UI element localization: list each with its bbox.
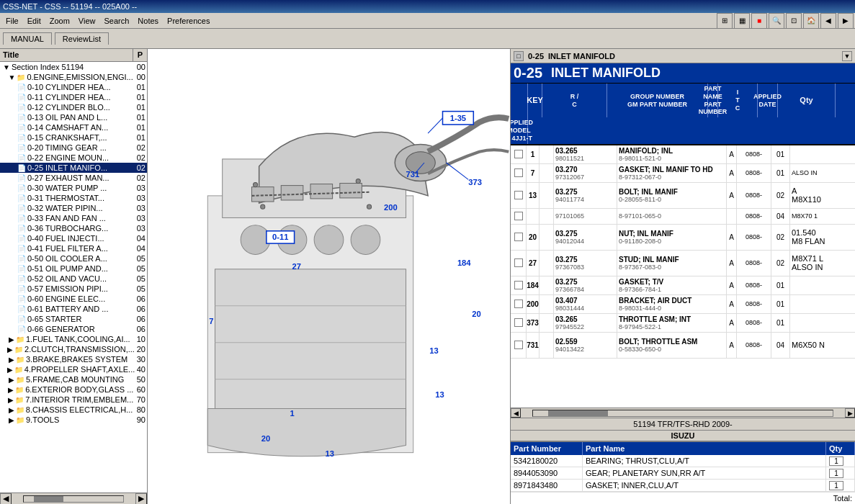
menu-edit[interactable]: Edit [23,15,45,27]
engine-group-label: 0.ENGINE,EMISSION,ENGI... [27,73,133,81]
list-item[interactable]: 📄 0-13 OIL PAN AND L... 01 [0,112,147,122]
list-item[interactable]: 📄 0-22 ENGINE MOUN... 02 [0,153,147,163]
scroll-right-btn[interactable]: ▶ [135,493,147,505]
scroll-right-btn[interactable]: ▶ [845,408,855,418]
row-checkbox[interactable] [514,281,523,289]
date-val: 0808- [737,183,771,208]
qty-val: 02 [771,251,790,276]
tree-group-2[interactable]: ▶ 📁 2.CLUTCH,TRANSMISSION,... 20 [0,344,147,354]
list-item[interactable]: 📄 0-41 FUEL FILTER A... 04 [0,243,147,253]
menu-search[interactable]: Search [99,15,133,27]
menu-file[interactable]: File [1,15,23,27]
tb-btn-forward[interactable]: ▶ [838,13,854,29]
tb-btn-back[interactable]: ◀ [820,13,836,29]
table-row[interactable]: 20 03.275 94012044 NUT; INL MANIF 0-9118… [511,225,855,251]
tb-btn-home[interactable]: 🏠 [803,13,819,29]
list-item[interactable]: 📄 0-61 BATTERY AND ... 06 [0,304,147,314]
item-label: 0-61 BATTERY AND ... [27,305,133,313]
item-label: 0-50 OIL COOLER A... [27,254,133,263]
col-check [511,84,528,117]
list-item[interactable]: 📄 0-60 ENGINE ELEC... 06 [0,294,147,304]
left-panel: Title P ▼ Section Index 51194 00 ▼ 📁 0.E… [0,49,148,504]
model-val: M8X71 L ALSO IN [790,251,848,276]
tree-group-6[interactable]: ▶ 📁 6.EXTERIOR BODY,GLASS ... 60 [0,384,147,395]
left-horizontal-scrollbar[interactable]: ◀ ▶ [0,492,147,504]
table-row[interactable]: 731 02.559 94013422 BOLT; THROTTLE ASM 0… [511,333,855,359]
list-item[interactable]: 📄 0-40 FUEL INJECTI... 04 [0,233,147,243]
list-item[interactable]: 📄 0-31 THERMOSTAT... 03 [0,193,147,203]
table-row[interactable]: 200 03.407 98031444 BRACKET; AIR DUCT 8-… [511,295,855,314]
menu-preferences[interactable]: Preferences [163,15,214,27]
list-item[interactable]: 📄 0-65 STARTER 06 [0,314,147,324]
list-item[interactable]: 📄 0-20 TIMING GEAR ... 02 [0,143,147,153]
row-checkbox[interactable] [514,191,523,199]
tb-btn-2[interactable]: ▦ [734,13,750,29]
lookup-qty: 1 [826,455,855,467]
tab-manual[interactable]: MANUAL [3,32,52,45]
row-checkbox[interactable] [514,212,523,220]
list-item[interactable]: 📄 0-52 OIL AND VACU... 05 [0,274,147,284]
dropdown-btn[interactable]: ▼ [842,51,852,61]
row-checkbox[interactable] [514,168,523,177]
table-row[interactable]: 97101065 8-97101-065-0 0808- 04 M8X70 1 [511,209,855,225]
table-row[interactable]: 13 03.275 94011774 BOLT; INL MANIF 0-280… [511,183,855,209]
row-checkbox[interactable] [514,300,523,308]
tree-section-root[interactable]: ▼ Section Index 51194 00 [0,62,147,72]
table-row[interactable]: 1 03.265 98011521 MANIFOLD; INL 8-98011-… [511,145,855,164]
tree-group-8[interactable]: ▶ 📁 8.CHASSIS ELECTRICAL,H... 80 [0,405,147,415]
svg-text:7: 7 [209,317,213,325]
row-checkbox[interactable] [514,318,523,327]
list-item[interactable]: 📄 0-14 CAMSHAFT AN... 01 [0,122,147,132]
tree-selected-item[interactable]: 📄 0-25 INLET MANIFO... 02 [0,163,147,173]
tb-btn-search[interactable]: 🔍 [769,13,784,29]
row-checkbox[interactable] [514,258,523,267]
tb-btn-stop[interactable]: ■ [751,13,767,29]
row-checkbox[interactable] [514,150,523,158]
h-scroll-track[interactable] [532,410,833,417]
tb-btn-5[interactable]: ⊡ [786,13,802,29]
list-item[interactable]: 📄 0-30 WATER PUMP ... 03 [0,183,147,193]
tree-group-7[interactable]: ▶ 📁 7.INTERIOR TRIM,EMBLEM... 70 [0,395,147,405]
menu-zoom[interactable]: Zoom [45,15,74,27]
right-horizontal-scrollbar[interactable]: ◀ ▶ [511,408,855,418]
list-item[interactable]: 📄 0-32 WATER PIPIN... 03 [0,203,147,213]
table-row[interactable]: 184 03.275 97366784 GASKET; T/V 8-97366-… [511,276,855,295]
item-label: 0-40 FUEL INJECTI... [27,234,133,243]
scroll-left-btn[interactable]: ◀ [511,408,521,418]
tree-container[interactable]: ▼ Section Index 51194 00 ▼ 📁 0.ENGINE,EM… [0,62,147,492]
table-row[interactable]: 373 03.265 97945522 THROTTLE ASM; INT 8-… [511,314,855,333]
doc-icon-selected: 📄 [17,164,26,172]
list-item[interactable]: 📄 0-50 OIL COOLER A... 05 [0,253,147,264]
list-item[interactable]: 📄 0-10 CYLINDER HEA... 01 [0,82,147,92]
list-item[interactable]: 📄 0-11 CYLINDER HEA... 01 [0,92,147,102]
list-item[interactable]: 📄 0-66 GENERATOR 06 [0,324,147,334]
tree-group-3[interactable]: ▶ 📁 3.BRAKE,BRAKE5 SYSTEM 30 [0,354,147,364]
doc-icon: 📄 [17,134,26,142]
lookup-row[interactable]: 8944053090 GEAR; PLANETARY SUN,RR A/T 1 [511,467,855,480]
tree-group-4[interactable]: ▶ 📁 4.PROPELLER SHAFT,AXLE... 40 [0,364,147,374]
list-item[interactable]: 📄 0-27 EXHAUST MAN... 02 [0,173,147,183]
list-item[interactable]: 📄 0-51 OIL PUMP AND... 05 [0,264,147,274]
list-item[interactable]: 📄 0-12 CYLINDER BLO... 01 [0,102,147,112]
table-row[interactable]: 7 03.270 97312067 GASKET; INL MANIF TO H… [511,164,855,183]
menu-notes[interactable]: Notes [133,15,163,27]
menu-view[interactable]: View [74,15,100,27]
list-item[interactable]: 📄 0-57 EMISSION PIPI... 05 [0,284,147,294]
list-item[interactable]: 📄 0-36 TURBOCHARG... 03 [0,223,147,233]
tree-group-9[interactable]: ▶ 📁 9.TOOLS 90 [0,415,147,425]
row-checkbox[interactable] [514,341,523,349]
scroll-track[interactable] [23,495,124,503]
row-checkbox[interactable] [514,233,523,241]
table-row[interactable]: 27 03.275 97367083 STUD; INL MANIF 8-973… [511,251,855,276]
tab-reviewlist[interactable]: ReviewList [55,32,109,45]
lookup-row[interactable]: 5342180020 BEARING; THRUST,CLU,A/T 1 [511,455,855,467]
list-item[interactable]: 📄 0-33 FAN AND FAN ... 03 [0,213,147,223]
tb-btn-1[interactable]: ⊞ [717,13,733,29]
parts-section[interactable]: 0-25 INLET MANIFOLD KEY R /C GROUP NUMBE… [511,63,855,408]
tree-group-1[interactable]: ▶ 📁 1.FUEL TANK,COOLING,AI... 10 [0,334,147,344]
tree-engine-group[interactable]: ▼ 📁 0.ENGINE,EMISSION,ENGI... 00 [0,72,147,82]
list-item[interactable]: 📄 0-15 CRANKSHAFT,... 01 [0,132,147,143]
scroll-left-btn[interactable]: ◀ [0,493,12,505]
tree-group-5[interactable]: ▶ 📁 5.FRAME,CAB MOUNTING 50 [0,374,147,384]
lookup-row[interactable]: 8971843480 GASKET; INNER,CLU,A/T 1 [511,480,855,492]
